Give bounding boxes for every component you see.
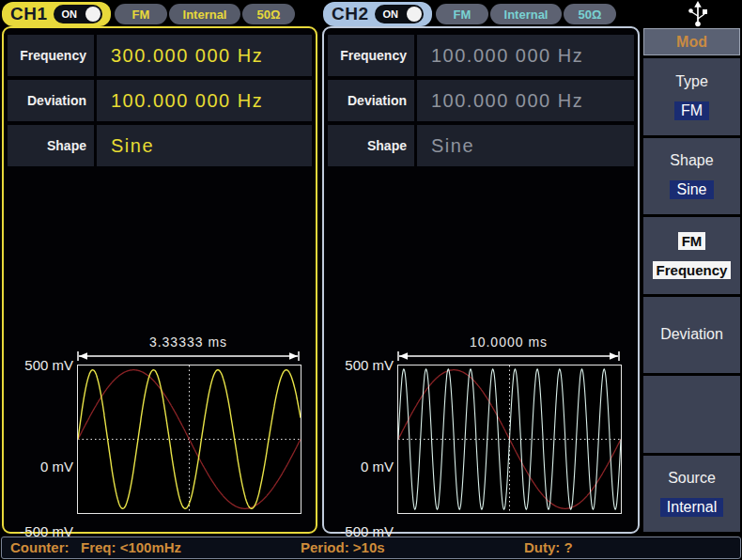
ch2-deviation-row: Deviation 100.000 000 Hz xyxy=(328,80,634,121)
ch1-source-badge[interactable]: Internal xyxy=(169,4,240,24)
shape-label: Shape xyxy=(670,152,713,169)
ch1-ytick-mid: 0 mV xyxy=(6,459,73,474)
softkey-fm-frequency[interactable]: FM Frequency xyxy=(643,217,740,294)
ch2-shape-label: Shape xyxy=(328,125,414,166)
fm-frequency-selected: Frequency xyxy=(653,261,732,279)
ch2-time-span-label: 10.0000 ms xyxy=(397,334,620,350)
ch2-ytick-mid: 0 mV xyxy=(326,459,394,474)
ch1-shape-value[interactable]: Sine xyxy=(97,125,312,166)
ch1-waveform-plot xyxy=(77,365,301,514)
ch1-deviation-row: Deviation 100.000 000 Hz xyxy=(8,80,312,121)
ch2-toggle-knob xyxy=(407,7,422,22)
ch2-deviation-value[interactable]: 100.000 000 Hz xyxy=(417,80,634,121)
softkey-source[interactable]: Source Internal xyxy=(643,456,740,533)
ch2-shape-value[interactable]: Sine xyxy=(417,125,634,166)
ch2-tab-label: CH2 xyxy=(323,4,375,24)
shape-value: Sine xyxy=(670,180,713,199)
menu-title: Mod xyxy=(643,28,740,55)
ch1-modulation-label: FM xyxy=(132,8,150,22)
ch2-power-toggle[interactable]: ON xyxy=(375,5,424,23)
ch2-shape-row: Shape Sine xyxy=(328,125,634,166)
usb-icon xyxy=(687,1,709,27)
ch2-frequency-row: Frequency 100.000 000 Hz xyxy=(328,35,634,76)
softkey-shape[interactable]: Shape Sine xyxy=(643,138,740,215)
ch2-frequency-value[interactable]: 100.000 000 Hz xyxy=(417,35,634,76)
ch2-modulation-label: FM xyxy=(454,8,471,22)
ch1-source-label: Internal xyxy=(183,8,227,22)
source-label: Source xyxy=(668,470,716,487)
ch2-ytick-top: 500 mV xyxy=(326,357,394,373)
softkey-type[interactable]: Type FM xyxy=(643,58,740,135)
ch1-toggle-knob xyxy=(85,7,100,22)
type-value: FM xyxy=(674,101,709,120)
ch1-frequency-label: Frequency xyxy=(8,35,94,76)
ch1-deviation-label: Deviation xyxy=(8,80,94,121)
source-value: Internal xyxy=(660,498,723,517)
ch2-impedance-badge[interactable]: 50Ω xyxy=(564,4,616,24)
ch2-source-label: Internal xyxy=(504,8,549,22)
ch2-waveform-plot xyxy=(397,365,622,514)
ch2-span-arrow xyxy=(397,350,620,362)
counter-period: Period: >10s xyxy=(301,539,385,555)
ch1-power-toggle[interactable]: ON xyxy=(54,5,102,23)
ch1-impedance-label: 50Ω xyxy=(257,8,281,22)
ch1-ytick-top: 500 mV xyxy=(6,357,73,373)
ch1-frequency-value[interactable]: 300.000 000 Hz xyxy=(97,35,312,76)
ch1-parameter-rows: Frequency 300.000 000 Hz Deviation 100.0… xyxy=(8,35,312,166)
softkey-blank[interactable] xyxy=(643,376,740,453)
counter-statusbar: Counter: Freq: <100mHz Period: >10s Duty… xyxy=(1,537,741,559)
ch1-span-arrow xyxy=(77,350,300,362)
ch1-power-state: ON xyxy=(62,8,85,20)
fm-group-label: FM xyxy=(678,232,706,250)
ch1-tab-label: CH1 xyxy=(2,4,54,24)
deviation-label: Deviation xyxy=(660,326,723,343)
ch2-tab[interactable]: CH2 ON xyxy=(323,2,432,26)
counter-duty: Duty: ? xyxy=(524,539,573,555)
ch2-frequency-label: Frequency xyxy=(328,35,414,76)
ch2-source-badge[interactable]: Internal xyxy=(490,4,562,24)
ch2-impedance-label: 50Ω xyxy=(579,8,602,22)
type-label: Type xyxy=(675,73,708,90)
ch2-modulation-badge[interactable]: FM xyxy=(436,4,488,24)
ch1-time-span-label: 3.33333 ms xyxy=(77,334,300,350)
ch1-impedance-badge[interactable]: 50Ω xyxy=(242,4,295,24)
ch1-panel: Frequency 300.000 000 Hz Deviation 100.0… xyxy=(2,26,317,534)
ch2-deviation-label: Deviation xyxy=(328,80,414,121)
softkey-menu: Mod Type FM Shape Sine FM Frequency Devi… xyxy=(643,28,740,532)
ch1-modulation-badge[interactable]: FM xyxy=(115,4,167,24)
softkey-deviation[interactable]: Deviation xyxy=(643,297,740,374)
generator-screen: CH1 ON FM Internal 50Ω CH2 ON FM Interna… xyxy=(0,0,742,560)
ch1-modulator-wave xyxy=(78,370,301,509)
ch2-panel: Frequency 100.000 000 Hz Deviation 100.0… xyxy=(322,26,640,534)
ch1-tab[interactable]: CH1 ON xyxy=(2,2,111,26)
ch1-frequency-row: Frequency 300.000 000 Hz xyxy=(8,35,312,76)
ch1-shape-label: Shape xyxy=(8,125,94,166)
ch1-deviation-value[interactable]: 100.000 000 Hz xyxy=(97,80,312,121)
ch2-parameter-rows: Frequency 100.000 000 Hz Deviation 100.0… xyxy=(328,35,634,166)
counter-frequency: Freq: <100mHz xyxy=(81,539,181,555)
ch1-shape-row: Shape Sine xyxy=(8,125,312,166)
ch2-power-state: ON xyxy=(383,8,407,20)
counter-label: Counter: xyxy=(10,539,70,555)
